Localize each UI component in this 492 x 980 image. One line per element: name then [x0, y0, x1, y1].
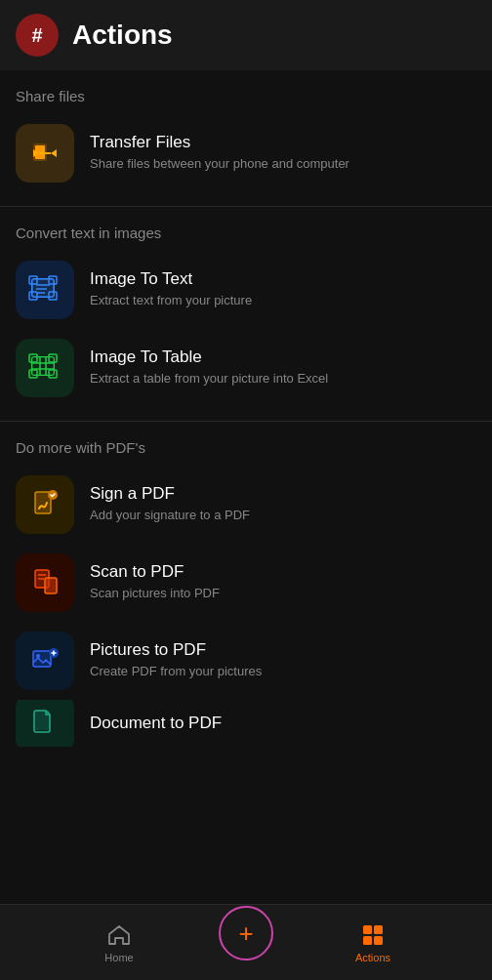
nav-actions-label: Actions	[355, 952, 390, 963]
scan-to-pdf-title: Scan to PDF	[90, 562, 220, 582]
list-item-image-to-table[interactable]: Image To Table Extract a table from your…	[16, 329, 476, 407]
list-item-document-to-pdf[interactable]: Document to PDF	[16, 700, 476, 747]
scan-to-pdf-icon	[16, 553, 74, 612]
section-label-share: Share files	[16, 88, 476, 104]
image-to-text-text: Image To Text Extract text from your pic…	[90, 269, 252, 309]
image-to-table-subtitle: Extract a table from your picture into E…	[90, 370, 328, 388]
doc-to-pdf-title: Document to PDF	[90, 714, 222, 733]
list-item-image-to-text[interactable]: Image To Text Extract text from your pic…	[16, 251, 476, 329]
svg-rect-37	[374, 925, 383, 934]
section-convert-text: Convert text in images Image To Text Ext…	[0, 207, 492, 407]
sign-pdf-subtitle: Add your signature to a PDF	[90, 507, 250, 524]
nav-home[interactable]: Home	[20, 922, 219, 963]
fab-button[interactable]: +	[219, 906, 273, 960]
list-item-sign-pdf[interactable]: Sign a PDF Add your signature to a PDF	[16, 466, 476, 544]
bottom-navigation: Home + Actions	[0, 904, 492, 980]
sign-pdf-text: Sign a PDF Add your signature to a PDF	[90, 484, 250, 524]
scan-to-pdf-text: Scan to PDF Scan pictures into PDF	[90, 562, 220, 602]
app-logo-icon: #	[16, 14, 59, 57]
svg-rect-39	[374, 936, 383, 945]
svg-rect-4	[32, 279, 54, 297]
pictures-to-pdf-subtitle: Create PDF from your pictures	[90, 663, 262, 680]
svg-rect-36	[363, 925, 372, 934]
section-pdf: Do more with PDF's Sign a PDF Add your s…	[0, 422, 492, 747]
nav-actions[interactable]: Actions	[273, 922, 472, 963]
sign-pdf-icon	[16, 475, 74, 534]
list-item-scan-to-pdf[interactable]: Scan to PDF Scan pictures into PDF	[16, 544, 476, 622]
image-to-table-icon	[16, 339, 74, 397]
list-item-transfer-files[interactable]: Transfer Files Share files between your …	[16, 114, 476, 192]
svg-rect-13	[32, 357, 54, 375]
fab-plus-icon: +	[238, 920, 253, 946]
transfer-files-text: Transfer Files Share files between your …	[90, 133, 349, 173]
image-to-table-title: Image To Table	[90, 347, 328, 367]
list-item-pictures-to-pdf[interactable]: Pictures to PDF Create PDF from your pic…	[16, 622, 476, 700]
pictures-to-pdf-title: Pictures to PDF	[90, 640, 262, 660]
transfer-files-icon	[16, 124, 74, 183]
svg-rect-31	[33, 651, 51, 667]
image-to-text-icon	[16, 261, 74, 319]
fab-inner: +	[224, 911, 268, 956]
image-to-table-text: Image To Table Extract a table from your…	[90, 347, 328, 388]
transfer-files-title: Transfer Files	[90, 133, 349, 152]
scan-to-pdf-subtitle: Scan pictures into PDF	[90, 585, 220, 602]
page-title: Actions	[72, 20, 173, 51]
app-header: # Actions	[0, 0, 492, 70]
pictures-to-pdf-icon	[16, 632, 74, 690]
section-label-pdf: Do more with PDF's	[16, 439, 476, 456]
doc-to-pdf-text: Document to PDF	[90, 714, 222, 733]
pictures-to-pdf-text: Pictures to PDF Create PDF from your pic…	[90, 640, 262, 680]
svg-rect-35	[34, 711, 50, 730]
actions-icon	[360, 922, 386, 948]
home-icon	[106, 922, 132, 948]
transfer-files-subtitle: Share files between your phone and compu…	[90, 155, 349, 173]
image-to-text-title: Image To Text	[90, 269, 252, 289]
svg-rect-38	[363, 936, 372, 945]
image-to-text-subtitle: Extract text from your picture	[90, 292, 252, 309]
sign-pdf-title: Sign a PDF	[90, 484, 250, 504]
section-label-convert: Convert text in images	[16, 225, 476, 241]
doc-to-pdf-icon	[16, 700, 74, 747]
section-share-files: Share files Transfer Files Share files b…	[0, 70, 492, 192]
nav-home-label: Home	[104, 952, 133, 963]
svg-rect-27	[45, 578, 57, 593]
nav-fab-wrapper: +	[219, 925, 273, 960]
